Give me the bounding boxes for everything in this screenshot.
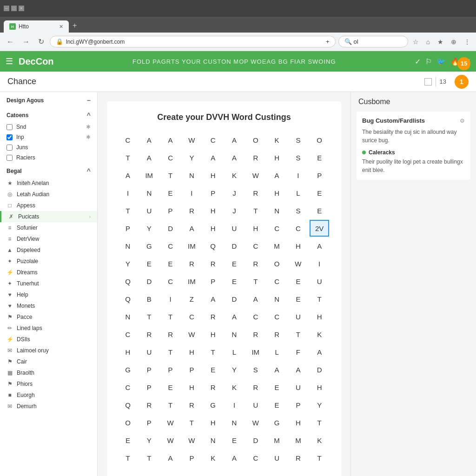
grid-cell[interactable]: IM	[246, 344, 265, 360]
grid-cell[interactable]: L	[225, 344, 244, 360]
home-icon[interactable]: ⌂	[424, 36, 432, 47]
grid-cell[interactable]: O	[267, 255, 287, 272]
grid-cell[interactable]: T	[246, 273, 265, 290]
grid-cell[interactable]: R	[139, 397, 159, 413]
grid-cell[interactable]: T	[310, 291, 329, 307]
grid-cell[interactable]: G	[203, 397, 223, 413]
grid-cell[interactable]: W	[161, 432, 180, 449]
grid-cell[interactable]: E	[225, 255, 244, 272]
grid-cell[interactable]: H	[203, 414, 223, 431]
grid-cell[interactable]: W	[182, 326, 201, 343]
grid-cell[interactable]: T	[118, 202, 138, 219]
grid-cell[interactable]: C	[246, 450, 265, 466]
grid-cell[interactable]: Y	[118, 255, 138, 272]
grid-cell[interactable]: R	[288, 450, 308, 466]
grid-cell[interactable]: N	[182, 167, 201, 184]
grid-cell[interactable]: C	[182, 308, 201, 325]
grid-cell[interactable]: IM	[139, 167, 159, 184]
grid-cell[interactable]: T	[161, 344, 180, 360]
grid-cell[interactable]: A	[161, 450, 180, 466]
grid-cell[interactable]: A	[225, 149, 244, 166]
sidebar-item-laimoel[interactable]: ✉ Laimoel oruy	[0, 345, 97, 356]
grid-cell[interactable]: D	[246, 432, 265, 449]
grid-cell[interactable]: W	[182, 432, 201, 449]
grid-cell[interactable]: G	[267, 414, 287, 431]
grid-cell[interactable]: G	[118, 361, 138, 378]
sidebar-item-tunerhut[interactable]: ✦ Tunerhut	[0, 278, 97, 289]
begal-toggle[interactable]: ^	[87, 167, 91, 175]
grid-cell[interactable]: U	[267, 450, 287, 466]
sidebar-item-puzolale[interactable]: ✦ Puzolale	[0, 256, 97, 267]
grid-cell[interactable]: P	[161, 361, 180, 378]
grid-cell[interactable]: P	[203, 273, 223, 290]
grid-cell[interactable]: H	[203, 167, 223, 184]
grid-cell[interactable]: C	[161, 149, 180, 166]
grid-cell[interactable]: N	[203, 432, 223, 449]
grid-cell[interactable]: C	[246, 308, 265, 325]
grid-cell[interactable]: C	[161, 238, 180, 254]
grid-cell[interactable]: A	[288, 361, 308, 378]
grid-cell[interactable]: H	[118, 344, 138, 360]
grid-cell[interactable]: P	[161, 202, 180, 219]
sidebar-item-sofunier[interactable]: ≡ Sofunier	[0, 222, 97, 233]
grid-cell[interactable]: E	[310, 202, 329, 219]
grid-cell[interactable]: W	[246, 167, 265, 184]
grid-cell[interactable]: A	[139, 132, 159, 148]
raciers-checkbox[interactable]	[7, 155, 13, 161]
grid-cell[interactable]: H	[310, 308, 329, 325]
close-btn[interactable]: ✕	[19, 6, 24, 11]
grid-cell[interactable]: IM	[182, 238, 201, 254]
grid-cell[interactable]: Q	[118, 397, 138, 413]
grid-cell[interactable]: A	[203, 291, 223, 307]
header-icon-3[interactable]: 🐦	[436, 57, 446, 66]
grid-cell[interactable]: E	[267, 379, 287, 396]
grid-cell[interactable]: Y	[182, 149, 201, 166]
sidebar-item-monets[interactable]: ♥ Monets	[0, 300, 97, 311]
grid-cell[interactable]: K	[267, 132, 287, 148]
grid-cell[interactable]: T	[246, 202, 265, 219]
grid-cell[interactable]: H	[246, 220, 265, 237]
sidebar-item-demurh[interactable]: ✉ Demurh	[0, 401, 97, 412]
grid-cell[interactable]: A	[267, 167, 287, 184]
grid-cell[interactable]: U	[288, 308, 308, 325]
grid-cell[interactable]: T	[310, 414, 329, 431]
grid-cell[interactable]: U	[225, 220, 244, 237]
new-tab-btn[interactable]: +	[69, 19, 80, 33]
grid-cell[interactable]: P	[310, 167, 329, 184]
grid-cell[interactable]: N	[118, 308, 138, 325]
reload-btn[interactable]: ↻	[35, 35, 47, 48]
sidebar-item-pucicats[interactable]: ✗ Pucicats ›	[0, 211, 97, 222]
grid-cell[interactable]: Y	[310, 397, 329, 413]
grid-cell[interactable]: R	[246, 255, 265, 272]
header-icon-2[interactable]: ⚐	[425, 57, 432, 66]
grid-cell[interactable]: N	[225, 326, 244, 343]
grid-cell[interactable]: E	[225, 432, 244, 449]
grid-cell[interactable]: E	[310, 185, 329, 201]
back-btn[interactable]: ←	[4, 36, 17, 48]
grid-cell[interactable]: W	[288, 255, 308, 272]
grid-cell[interactable]: L	[267, 344, 287, 360]
grid-cell[interactable]: A	[203, 149, 223, 166]
grid-cell[interactable]: T	[118, 149, 138, 166]
header-icon-1[interactable]: ✓	[415, 57, 421, 66]
grid-cell[interactable]: Y	[139, 220, 159, 237]
grid-cell[interactable]: T	[288, 326, 308, 343]
grid-cell[interactable]: P	[203, 185, 223, 201]
url-add-icon[interactable]: +	[326, 38, 330, 45]
grid-cell[interactable]: N	[139, 185, 159, 201]
grid-cell[interactable]: T	[182, 414, 201, 431]
grid-cell[interactable]: N	[118, 238, 138, 254]
grid-cell[interactable]: R	[246, 326, 265, 343]
grid-cell[interactable]: R	[246, 185, 265, 201]
sidebar-item-euorgh[interactable]: ■ Euorgh	[0, 390, 97, 401]
grid-cell[interactable]: M	[288, 432, 308, 449]
grid-cell[interactable]: P	[139, 414, 159, 431]
grid-cell[interactable]: Q	[118, 273, 138, 290]
grid-cell[interactable]: R	[182, 255, 201, 272]
grid-cell[interactable]: C	[118, 379, 138, 396]
grid-cell[interactable]: H	[203, 202, 223, 219]
grid-cell[interactable]: H	[288, 238, 308, 254]
category-raciers[interactable]: Raciers	[0, 152, 97, 163]
grid-cell[interactable]: L	[288, 185, 308, 201]
grid-cell[interactable]: U	[139, 344, 159, 360]
